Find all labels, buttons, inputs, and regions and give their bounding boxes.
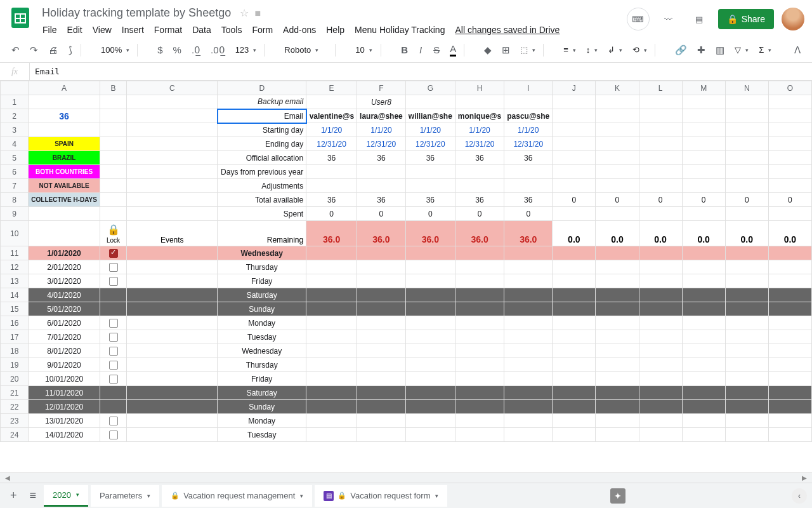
col-header-I[interactable]: I — [504, 81, 553, 95]
menu-view[interactable]: View — [88, 22, 116, 37]
star-icon[interactable]: ☆ — [240, 8, 249, 18]
rotate-button[interactable]: ⟲ — [629, 43, 651, 57]
row-header-24[interactable]: 24 — [1, 428, 29, 442]
merge-button[interactable]: ⬚ — [516, 43, 539, 57]
wrap-button[interactable]: ↲ — [604, 43, 626, 57]
row-header-12[interactable]: 12 — [1, 260, 29, 274]
save-status[interactable]: All changes saved in Drive — [450, 22, 564, 37]
row-header-22[interactable]: 22 — [1, 400, 29, 414]
col-header-K[interactable]: K — [596, 81, 639, 95]
lock-checkbox[interactable] — [109, 263, 118, 272]
row-header-11[interactable]: 11 — [1, 246, 29, 260]
sheet-tab-vacation-request-management[interactable]: 🔒Vacation request management▾ — [162, 485, 312, 507]
menu-tools[interactable]: Tools — [217, 22, 247, 37]
comments-icon[interactable]: ▤ — [688, 8, 710, 30]
paint-format-button[interactable]: ⟆ — [64, 42, 77, 58]
lock-checkbox[interactable] — [109, 249, 118, 258]
row-header-3[interactable]: 3 — [1, 123, 29, 137]
col-header-D[interactable]: D — [218, 81, 306, 95]
folder-icon[interactable]: ■ — [254, 8, 261, 18]
row-header-1[interactable]: 1 — [1, 95, 29, 109]
row-header-19[interactable]: 19 — [1, 358, 29, 372]
menu-form[interactable]: Form — [247, 22, 277, 37]
menu-data[interactable]: Data — [188, 22, 216, 37]
row-header-15[interactable]: 15 — [1, 302, 29, 316]
col-header-C[interactable]: C — [127, 81, 218, 95]
row-header-5[interactable]: 5 — [1, 151, 29, 165]
lock-checkbox[interactable] — [109, 333, 118, 342]
menu-edit[interactable]: Edit — [63, 22, 87, 37]
filter-button[interactable]: ▽ — [731, 43, 752, 57]
sheets-logo[interactable] — [8, 5, 33, 30]
zoom-select[interactable]: 100% — [97, 43, 133, 57]
functions-button[interactable]: Σ — [755, 43, 775, 57]
link-button[interactable]: 🔗 — [671, 42, 691, 58]
collapse-toolbar-button[interactable]: ᐱ — [790, 42, 804, 58]
lock-checkbox[interactable] — [109, 417, 118, 425]
sheet-tab-2020[interactable]: 2020▾ — [44, 485, 88, 507]
row-header-23[interactable]: 23 — [1, 414, 29, 428]
menu-menu-holiday-tracking[interactable]: Menu Holiday Tracking — [350, 22, 449, 37]
increase-decimal-button[interactable]: .00̲ — [207, 42, 229, 58]
accessibility-icon[interactable]: ⌨ — [627, 8, 650, 30]
fill-color-button[interactable]: ◆ — [480, 42, 495, 58]
grid[interactable]: ABCDEFGHIJKLMNO1Backup emailUser8236Emai… — [0, 81, 812, 472]
borders-button[interactable]: ⊞ — [498, 42, 514, 58]
share-button[interactable]: 🔒Share — [718, 9, 774, 29]
row-header-20[interactable]: 20 — [1, 372, 29, 386]
h-scrollbar[interactable]: ◀ ▶ — [0, 472, 812, 483]
menu-insert[interactable]: Insert — [117, 22, 148, 37]
avatar[interactable] — [782, 8, 804, 30]
col-header-O[interactable]: O — [768, 81, 811, 95]
row-header-2[interactable]: 2 — [1, 109, 29, 123]
undo-button[interactable]: ↶ — [8, 42, 23, 58]
col-header-N[interactable]: N — [725, 81, 768, 95]
menu-format[interactable]: Format — [150, 22, 187, 37]
h-align-button[interactable]: ≡ — [560, 43, 580, 57]
menu-help[interactable]: Help — [322, 22, 349, 37]
fx-input[interactable]: Email — [30, 67, 812, 76]
lock-checkbox[interactable] — [109, 375, 118, 384]
row-header-10[interactable]: 10 — [1, 221, 29, 246]
row-header-16[interactable]: 16 — [1, 316, 29, 330]
decrease-decimal-button[interactable]: .0̲ — [188, 42, 204, 58]
sheet-tab-parameters[interactable]: Parameters▾ — [91, 485, 159, 507]
col-header-corner[interactable] — [1, 81, 29, 95]
font-size-select[interactable]: 10 — [351, 43, 377, 57]
explore-button[interactable]: ✦ — [610, 488, 625, 504]
scroll-right-icon[interactable]: ▶ — [799, 474, 809, 481]
row-header-7[interactable]: 7 — [1, 179, 29, 193]
percent-button[interactable]: % — [169, 42, 185, 58]
comment-button[interactable]: ✚ — [693, 42, 709, 58]
sheet-tab-vacation-request-form[interactable]: ▤🔒Vacation request form▾ — [315, 485, 447, 507]
col-header-G[interactable]: G — [405, 81, 455, 95]
lock-checkbox[interactable] — [109, 431, 118, 439]
lock-checkbox[interactable] — [109, 347, 118, 356]
chart-button[interactable]: ▥ — [712, 42, 728, 58]
row-header-6[interactable]: 6 — [1, 165, 29, 179]
menu-add-ons[interactable]: Add-ons — [278, 22, 320, 37]
row-header-9[interactable]: 9 — [1, 207, 29, 221]
col-header-H[interactable]: H — [455, 81, 504, 95]
menu-file[interactable]: File — [38, 22, 62, 37]
redo-button[interactable]: ↷ — [26, 42, 42, 58]
col-header-L[interactable]: L — [639, 81, 682, 95]
scroll-left-icon[interactable]: ◀ — [3, 474, 13, 481]
col-header-E[interactable]: E — [306, 81, 357, 95]
bold-button[interactable]: B — [397, 42, 412, 58]
row-header-21[interactable]: 21 — [1, 386, 29, 400]
col-header-M[interactable]: M — [682, 81, 725, 95]
all-sheets-button[interactable]: ≡ — [25, 485, 42, 506]
col-header-A[interactable]: A — [29, 81, 100, 95]
side-panel-toggle[interactable]: ‹ — [792, 488, 807, 504]
strike-button[interactable]: S — [429, 42, 443, 58]
add-sheet-button[interactable]: + — [5, 485, 22, 506]
lock-checkbox[interactable] — [109, 361, 118, 370]
lock-checkbox[interactable] — [109, 277, 118, 286]
italic-button[interactable]: I — [414, 42, 427, 58]
doc-title[interactable]: Holiday tracking template by Sheetgo — [38, 5, 235, 21]
row-header-17[interactable]: 17 — [1, 330, 29, 344]
col-header-F[interactable]: F — [357, 81, 406, 95]
row-header-8[interactable]: 8 — [1, 193, 29, 207]
font-select[interactable]: Roboto — [280, 43, 331, 57]
